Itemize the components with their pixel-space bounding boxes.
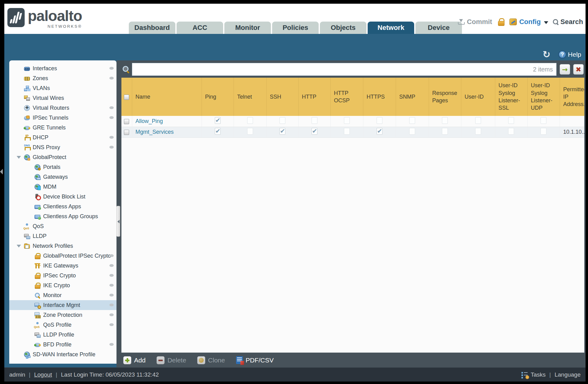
- http-checkbox[interactable]: [312, 117, 317, 124]
- sidebar-item-device-block-list[interactable]: Device Block List: [9, 192, 116, 202]
- profile-name-link[interactable]: Allow_Ping: [136, 118, 163, 124]
- clone-button[interactable]: Clone: [197, 356, 225, 364]
- column-header-user-id[interactable]: User-ID: [461, 78, 495, 116]
- sidebar-item-interfaces[interactable]: Interfaces: [9, 63, 116, 73]
- column-header-ping[interactable]: Ping: [202, 78, 234, 116]
- user-id-checkbox[interactable]: [475, 128, 481, 135]
- column-header-user-id-syslog-listener-ssl[interactable]: User-ID Syslog Listener-SSL: [495, 78, 527, 116]
- sidebar-item-clientless-app-groups[interactable]: Clientless App Groups: [9, 211, 116, 221]
- delete-button[interactable]: Delete: [157, 356, 186, 364]
- https-checkbox[interactable]: [377, 117, 382, 124]
- sidebar-item-zones[interactable]: Zones: [9, 73, 116, 83]
- sidebar-item-gateways[interactable]: Gateways: [9, 172, 116, 182]
- help-icon[interactable]: ?: [558, 51, 566, 59]
- sidebar-item-globalprotect[interactable]: GlobalProtect: [9, 152, 116, 162]
- item-dot: [109, 67, 114, 70]
- apply-filter-button[interactable]: [560, 64, 570, 75]
- tab-policies[interactable]: Policies: [272, 22, 319, 34]
- sidebar-item-qos[interactable]: QoS: [9, 221, 116, 231]
- snmp-checkbox[interactable]: [409, 128, 415, 135]
- column-header-user-id-syslog-listener-udp[interactable]: User-ID Syslog Listener-UDP: [527, 78, 560, 116]
- ping-checkbox[interactable]: [215, 117, 221, 124]
- sidebar-item-virtual-routers[interactable]: Virtual Routers: [9, 103, 116, 113]
- filter-input[interactable]: [132, 63, 557, 76]
- chevron-down-icon[interactable]: [544, 21, 548, 24]
- sidebar-splitter[interactable]: [116, 60, 120, 367]
- commit-button[interactable]: Commit: [458, 18, 492, 26]
- telnet-checkbox[interactable]: [247, 128, 253, 135]
- sidebar-item-vlans[interactable]: VLANs: [9, 83, 116, 93]
- profile-name-link[interactable]: Mgmt_Services: [136, 129, 174, 135]
- sidebar-item-gre-tunnels[interactable]: GRE Tunnels: [9, 123, 116, 133]
- uid-syslog-udp-checkbox[interactable]: [541, 128, 546, 135]
- row-select-checkbox[interactable]: [124, 119, 129, 124]
- uid-syslog-ssl-checkbox[interactable]: [508, 117, 514, 124]
- select-all-checkbox[interactable]: [124, 95, 129, 100]
- logout-link[interactable]: Logout: [34, 371, 52, 378]
- ssh-checkbox[interactable]: [280, 128, 285, 135]
- sidebar-item-interface-mgmt[interactable]: Interface Mgmt: [9, 300, 116, 310]
- tab-network[interactable]: Network: [368, 22, 414, 34]
- ssh-checkbox[interactable]: [280, 117, 285, 124]
- uid-syslog-udp-checkbox[interactable]: [541, 117, 546, 124]
- sidebar-item-qos-profile[interactable]: QoS Profile: [9, 320, 116, 330]
- lock-icon[interactable]: [498, 18, 504, 26]
- sidebar-item-ipsec-crypto[interactable]: IPSec Crypto: [9, 271, 116, 280]
- response-pages-checkbox[interactable]: [442, 117, 448, 124]
- column-header-snmp[interactable]: SNMP: [396, 78, 429, 116]
- sidebar-item-clientless-apps[interactable]: Clientless Apps: [9, 202, 116, 211]
- sidebar-item-ike-crypto[interactable]: IKE Crypto: [9, 280, 116, 290]
- sidebar-item-lldp-profile[interactable]: LLDP Profile: [9, 330, 116, 340]
- global-search-button[interactable]: Search: [553, 18, 583, 26]
- sidebar-item-ipsec-tunnels[interactable]: IPSec Tunnels: [9, 113, 116, 123]
- ping-checkbox[interactable]: [215, 128, 221, 135]
- add-button[interactable]: Add: [123, 356, 145, 364]
- tab-dashboard[interactable]: Dashboard: [129, 22, 175, 34]
- response-pages-checkbox[interactable]: [442, 128, 448, 135]
- column-header-https[interactable]: HTTPS: [363, 78, 396, 116]
- user-id-checkbox[interactable]: [475, 117, 481, 124]
- tab-device[interactable]: Device: [415, 22, 462, 34]
- language-button[interactable]: Language: [554, 371, 581, 378]
- sidebar-item-ike-gateways[interactable]: IKE Gateways: [9, 261, 116, 271]
- sidebar-item-network-profiles[interactable]: Network Profiles: [9, 241, 116, 251]
- sidebar-item-mdm[interactable]: MDM: [9, 182, 116, 192]
- sidebar-item-bfd-profile[interactable]: BFD Profile: [9, 340, 116, 349]
- telnet-checkbox[interactable]: [247, 117, 253, 124]
- config-button[interactable]: Config: [509, 18, 541, 26]
- refresh-icon[interactable]: ↻: [543, 51, 550, 59]
- column-header-name[interactable]: Name: [132, 78, 202, 116]
- https-checkbox[interactable]: [377, 128, 382, 135]
- sidebar-item-lldp[interactable]: LLDP: [9, 231, 116, 241]
- http-checkbox[interactable]: [312, 128, 317, 135]
- tab-monitor[interactable]: Monitor: [224, 22, 271, 34]
- caret-down-icon[interactable]: [17, 245, 21, 247]
- caret-down-icon[interactable]: [17, 156, 21, 159]
- uid-syslog-ssl-checkbox[interactable]: [508, 128, 514, 135]
- sidebar-item-portals[interactable]: Portals: [9, 162, 116, 172]
- snmp-checkbox[interactable]: [409, 117, 415, 124]
- row-select-checkbox[interactable]: [124, 130, 129, 135]
- sidebar-item-monitor[interactable]: Monitor: [9, 290, 116, 300]
- tab-acc[interactable]: ACC: [177, 22, 223, 34]
- sidebar-item-sd-wan-interface-profile[interactable]: SD-WAN Interface Profile: [9, 349, 116, 359]
- http-ocsp-checkbox[interactable]: [344, 128, 350, 135]
- tab-objects[interactable]: Objects: [320, 22, 366, 34]
- http-ocsp-checkbox[interactable]: [344, 117, 350, 124]
- column-header-permitted-ip-address-[interactable]: Permitted IP Address...: [560, 78, 584, 116]
- column-header-http-ocsp[interactable]: HTTP OCSP: [330, 78, 363, 116]
- sidebar-item-zone-protection[interactable]: Zone Protection: [9, 310, 116, 320]
- column-header-http[interactable]: HTTP: [298, 78, 330, 116]
- column-header-response-pages[interactable]: Response Pages: [429, 78, 461, 116]
- sidebar-item-virtual-wires[interactable]: Virtual Wires: [9, 93, 116, 103]
- item-dot: [109, 254, 114, 257]
- sidebar-collapse-handle[interactable]: [116, 206, 120, 237]
- sidebar-item-dns-proxy[interactable]: DNS Proxy: [9, 142, 116, 152]
- sidebar-item-dhcp[interactable]: DHCP: [9, 133, 116, 142]
- clear-filter-button[interactable]: [573, 64, 584, 75]
- pdf-csv-button[interactable]: PDF/CSV: [236, 356, 274, 364]
- tasks-button[interactable]: Tasks: [531, 371, 546, 378]
- column-header-ssh[interactable]: SSH: [266, 78, 298, 116]
- column-header-telnet[interactable]: Telnet: [234, 78, 266, 116]
- sidebar-item-globalprotect-ipsec-crypto[interactable]: GlobalProtect IPSec Crypto: [9, 251, 116, 261]
